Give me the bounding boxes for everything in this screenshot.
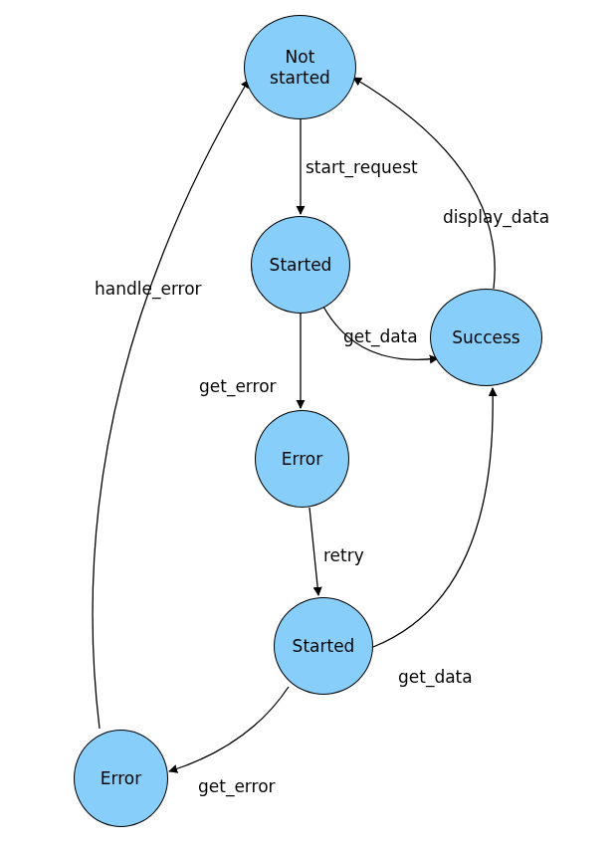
node-success: Success (430, 289, 542, 386)
label-get-data-2: get_data (398, 667, 473, 687)
label-retry: retry (323, 545, 364, 565)
node-started-2: Started (274, 597, 373, 695)
node-label: Started (270, 255, 332, 275)
label-get-error-1: get_error (199, 376, 277, 396)
edge-display-data (353, 78, 495, 289)
edge-retry (309, 508, 318, 595)
node-error-2: Error (74, 730, 168, 827)
edge-handle-error (93, 80, 249, 729)
node-label: Error (101, 768, 141, 788)
node-error-1: Error (255, 410, 349, 508)
edge-get-data-2 (373, 388, 493, 647)
label-display-data: display_data (443, 207, 549, 227)
node-label: Notstarted (270, 47, 330, 88)
node-not-started: Notstarted (244, 15, 356, 119)
label-handle-error: handle_error (95, 279, 202, 299)
edge-get-error-2 (169, 687, 289, 771)
label-get-data-1: get_data (343, 326, 418, 346)
label-get-error-2: get_error (198, 776, 276, 796)
node-label: Started (293, 636, 355, 656)
node-label: Success (452, 327, 519, 347)
label-start-request: start_request (306, 157, 418, 177)
node-started-1: Started (251, 216, 350, 314)
node-label: Error (282, 449, 322, 469)
